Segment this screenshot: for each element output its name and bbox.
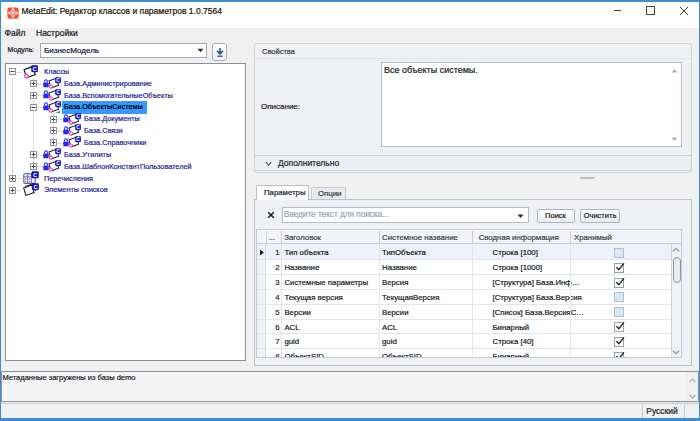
svg-text:C: C — [56, 148, 60, 154]
svg-text:C: C — [33, 184, 37, 190]
svg-text:C: C — [56, 101, 60, 107]
svg-text:C: C — [76, 113, 80, 119]
svg-text:C: C — [76, 124, 80, 130]
svg-text:C: C — [56, 77, 60, 83]
svg-text:C: C — [33, 66, 37, 72]
svg-text:C: C — [56, 160, 60, 166]
svg-text:C: C — [56, 89, 60, 95]
svg-text:C: C — [76, 136, 80, 142]
